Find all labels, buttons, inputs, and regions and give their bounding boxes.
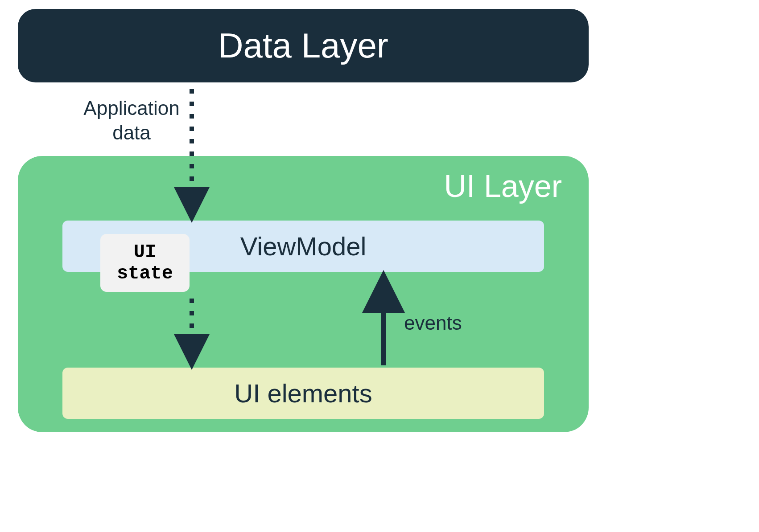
application-data-label-line1: Application — [83, 97, 179, 119]
ui-elements-label: UI elements — [234, 378, 372, 408]
ui-elements-box: UI elements — [62, 368, 544, 419]
ui-layer-title: UI Layer — [444, 168, 562, 204]
viewmodel-label: ViewModel — [240, 231, 367, 261]
data-layer-title: Data Layer — [218, 25, 388, 66]
ui-state-line1: UI — [134, 241, 156, 263]
ui-state-label: UI state — [117, 241, 173, 285]
application-data-label-line2: data — [112, 122, 151, 143]
ui-state-line2: state — [117, 263, 173, 284]
architecture-diagram: Data Layer Application data UI Layer Vie… — [18, 9, 589, 437]
events-label: events — [404, 312, 462, 334]
data-layer-box: Data Layer — [18, 9, 589, 82]
application-data-label: Application data — [80, 96, 183, 145]
ui-state-box: UI state — [100, 234, 190, 292]
ui-layer-box: UI Layer ViewModel UI state UI elements … — [18, 156, 589, 432]
